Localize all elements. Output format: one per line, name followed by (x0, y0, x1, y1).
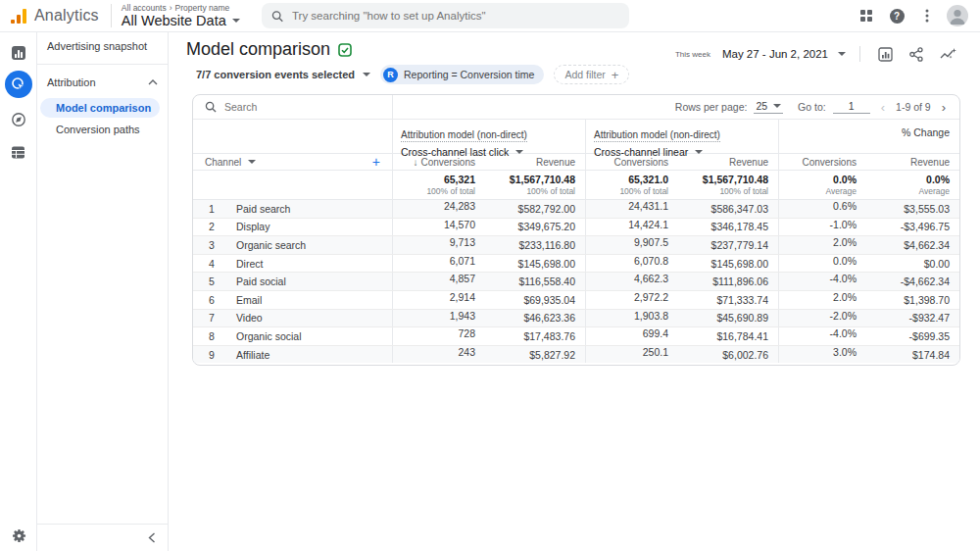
m1-revenue-value: $5,827.92 (485, 349, 585, 361)
saved-comparisons-icon[interactable] (874, 43, 896, 65)
pc-revenue-value: $1,398.70 (866, 294, 959, 306)
m2-conversions-header[interactable]: Conversions (585, 154, 678, 170)
date-preset-label: This week (675, 50, 710, 59)
goto-page-input[interactable]: 1 (833, 100, 870, 114)
pc-revenue-value: $3,555.03 (866, 203, 959, 215)
nav-advertising-snapshot[interactable]: Advertising snapshot (37, 32, 168, 60)
reporting-filter-chip[interactable]: R Reporting = Conversion time (380, 65, 544, 84)
breadcrumb-property[interactable]: Property name (175, 3, 230, 13)
m2-revenue-value: $45,690.89 (678, 312, 778, 324)
pc-conversions-header[interactable]: Conversions (778, 154, 866, 170)
m2-revenue-value: $346,178.45 (678, 221, 778, 232)
total-m2-conversions: 65,321.0 (628, 174, 668, 185)
main-content: Model comparison This week May 27 - Jun … (169, 32, 980, 551)
nav-section-attribution[interactable]: Attribution (37, 69, 168, 96)
m2-revenue-header[interactable]: Revenue (678, 157, 778, 168)
m1-conversions-header[interactable]: ↓Conversions (392, 154, 485, 170)
pc-revenue-value: $174.84 (866, 349, 959, 361)
breadcrumb-account[interactable]: All accounts (122, 3, 167, 13)
m1-revenue-value: $116,558.40 (485, 276, 585, 287)
model-1-group-title[interactable]: Attribution model (non-direct) (401, 129, 527, 142)
pc-revenue-value: -$699.35 (866, 330, 959, 342)
conversion-events-label: 7/7 conversion events selected (196, 69, 355, 80)
pc-revenue-value: -$4,662.34 (866, 276, 959, 287)
table-row[interactable]: 7 Video 1,943 $46,623.36 1,903.8 $45,690… (193, 309, 959, 327)
conversion-events-dropdown[interactable]: 7/7 conversion events selected (196, 69, 370, 80)
m1-conversions-value: 24,283 (392, 200, 485, 218)
table-row[interactable]: 1 Paid search 24,283 $582,792.00 24,431.… (193, 199, 959, 218)
m2-revenue-value: $71,333.74 (678, 294, 778, 306)
divider (859, 46, 860, 62)
m2-conversions-value: 6,070.8 (585, 255, 678, 273)
m2-revenue-value: $16,784.41 (678, 330, 778, 342)
pc-conversions-value: 2.0% (778, 236, 866, 254)
more-vertical-icon[interactable] (916, 5, 938, 26)
row-number: 9 (193, 349, 236, 361)
insights-icon[interactable] (937, 43, 958, 65)
m2-conversions-value: 250.1 (585, 346, 678, 364)
caret-down-icon (515, 150, 523, 154)
add-dimension-icon[interactable]: + (372, 154, 380, 170)
explore-icon[interactable] (11, 112, 26, 131)
m1-revenue-header[interactable]: Revenue (485, 157, 585, 168)
global-search[interactable] (262, 3, 629, 28)
channel-name: Direct (236, 258, 392, 270)
m1-conversions-value: 728 (392, 327, 485, 345)
model-1-group: Attribution model (non-direct) Cross-cha… (392, 120, 585, 158)
breadcrumb[interactable]: All accounts › Property name (122, 3, 240, 13)
user-avatar[interactable] (947, 5, 968, 26)
property-selector[interactable]: All Website Data (122, 13, 240, 28)
channel-column-header[interactable]: Channel + (193, 154, 392, 170)
channel-name: Affiliate (236, 349, 392, 361)
admin-gear-icon[interactable] (0, 528, 37, 543)
data-quality-check-icon[interactable] (338, 43, 352, 57)
add-filter-label: Add filter (564, 69, 605, 80)
rows-per-page-label: Rows per page: (675, 101, 748, 113)
add-filter-button[interactable]: Add filter + (554, 65, 629, 84)
share-icon[interactable] (906, 43, 927, 65)
model-2-group-title[interactable]: Attribution model (non-direct) (594, 129, 720, 142)
pc-revenue-header[interactable]: Revenue (866, 157, 959, 168)
table-row[interactable]: 4 Direct 6,071 $145,698.00 6,070.8 $145,… (193, 254, 959, 273)
row-number: 5 (193, 276, 236, 287)
table-row[interactable]: 6 Email 2,914 $69,935.04 2,972.2 $71,333… (193, 290, 959, 309)
pc-conversions-value: -2.0% (778, 310, 866, 327)
pc-conversions-value: -1.0% (778, 219, 866, 236)
reports-icon[interactable] (12, 46, 25, 60)
pc-conversions-value: -4.0% (778, 273, 866, 290)
table-row[interactable]: 9 Affiliate 243 $5,827.92 250.1 $6,002.7… (193, 345, 959, 364)
m2-revenue-value: $6,002.76 (678, 349, 778, 361)
m1-revenue-value: $349,675.20 (485, 221, 585, 232)
table-row[interactable]: 8 Organic social 728 $17,483.76 699.4 $1… (193, 326, 959, 345)
rows-per-page-select[interactable]: 25 (754, 100, 783, 114)
table-search-input[interactable] (224, 101, 342, 113)
m2-conversions-value: 9,907.5 (585, 236, 678, 254)
next-page-icon[interactable]: › (938, 100, 950, 115)
channel-name: Email (236, 294, 392, 306)
nav-item-conversion-paths[interactable]: Conversion paths (40, 120, 160, 139)
date-range[interactable]: May 27 - Jun 2, 2021 (722, 48, 828, 60)
channel-header-label: Channel (205, 157, 241, 168)
apps-grid-icon[interactable] (856, 5, 877, 26)
table-row[interactable]: 5 Paid social 4,857 $116,558.40 4,662.3 … (193, 272, 959, 290)
page-title: Model comparison (186, 39, 330, 60)
configure-icon[interactable] (11, 145, 25, 164)
property-name[interactable]: All Website Data (122, 13, 226, 28)
table-search[interactable] (193, 95, 392, 119)
reporting-badge: R (383, 68, 398, 82)
channel-name: Paid search (236, 203, 392, 215)
m2-conversions-value: 1,903.8 (585, 310, 678, 327)
collapse-nav-button[interactable] (37, 524, 168, 551)
table-row[interactable]: 3 Organic search 9,713 $233,116.80 9,907… (193, 235, 959, 254)
help-icon[interactable]: ? (886, 5, 907, 26)
advertising-icon[interactable] (5, 71, 32, 98)
table-row[interactable]: 2 Display 14,570 $349,675.20 14,424.1 $3… (193, 218, 959, 236)
global-search-input[interactable] (292, 10, 619, 22)
previous-page-icon[interactable]: ‹ (877, 100, 889, 115)
m2-conversions-value: 24,431.1 (585, 200, 678, 218)
nav-item-model-comparison[interactable]: Model comparison (40, 98, 160, 118)
pc-revenue-value: $4,662.34 (866, 239, 959, 251)
total-pc-revenue: 0.0% (926, 174, 950, 185)
advertising-nav-panel: Advertising snapshot Attribution Model c… (37, 32, 169, 551)
pc-conversions-value: 2.0% (778, 291, 866, 309)
